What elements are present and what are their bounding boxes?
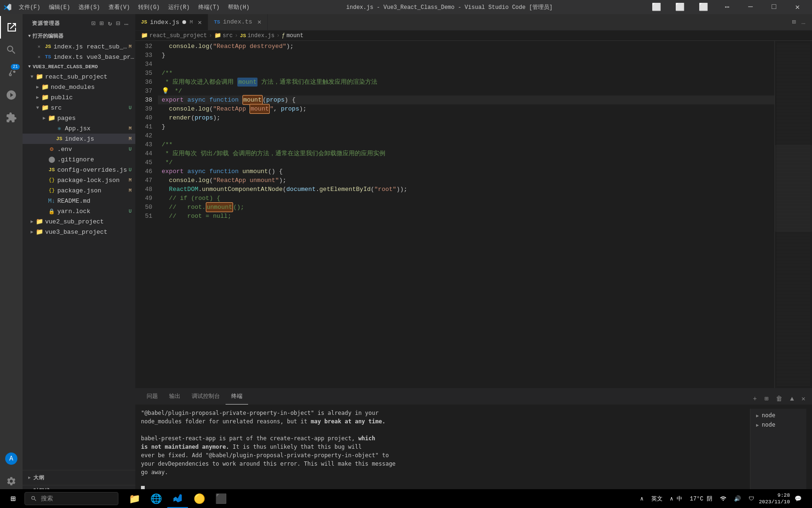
terminal-instance-1[interactable]: ▶ node [750, 411, 806, 420]
activity-search[interactable] [0, 39, 23, 61]
file-package-lock[interactable]: {} package-lock.json M [23, 175, 135, 185]
open-file-index-js[interactable]: ✕ JS index.js react_sub_proje... M [23, 41, 135, 52]
project-section[interactable]: ▼ VUE3_REACT_CLASS_DEMO [23, 62, 135, 71]
code-editor[interactable]: 32 33 34 35 36 37 38 39 40 41 42 43 44 4… [135, 41, 812, 388]
menu-view[interactable]: 查看(V) [105, 2, 134, 12]
folder-vue3[interactable]: ▶ 📁 vue3_base_project [23, 227, 135, 237]
taskbar-weather[interactable]: 17°C 阴 [687, 494, 715, 504]
close-button[interactable]: ✕ [787, 0, 808, 14]
file-readme[interactable]: M↓ README.md [23, 196, 135, 206]
json-file-icon: {} [48, 176, 55, 184]
file-env[interactable]: ⚙ .env U [23, 144, 135, 154]
panel-tab-terminal[interactable]: 终端 [226, 388, 248, 405]
tab-close-button[interactable]: ✕ [195, 18, 204, 26]
folder-vue2[interactable]: ▶ 📁 vue2_sub_project [23, 216, 135, 227]
taskbar-app-terminal[interactable]: ⬛ [211, 489, 231, 508]
terminal-instance-2[interactable]: ▶ node [750, 420, 806, 429]
layout-icon[interactable]: ⬜ [646, 0, 667, 14]
activity-explorer[interactable] [0, 16, 23, 39]
taskbar-time[interactable]: 9:28 2023/11/10 [759, 492, 790, 506]
folder-react-sub[interactable]: ▼ 📁 react_sub_project [23, 71, 135, 82]
code-content[interactable]: console.log("ReactApp destroyed"); } /**… [158, 41, 774, 388]
activity-source-control[interactable]: 21 [0, 61, 23, 84]
maximize-button[interactable]: □ [763, 0, 785, 14]
add-terminal-button[interactable]: + [750, 393, 759, 405]
taskbar-lang-indicator[interactable]: 英文 [648, 494, 665, 504]
menu-help[interactable]: 帮助(H) [224, 2, 253, 12]
open-editors-section[interactable]: ▼ 打开的编辑器 [23, 31, 135, 41]
split-terminal-button[interactable]: ⊞ [762, 393, 771, 405]
new-folder-icon[interactable]: ⊞ [99, 18, 105, 28]
taskbar-right-icons[interactable]: ∧ [637, 494, 646, 503]
menu-edit[interactable]: 编辑(E) [45, 2, 74, 12]
new-file-icon[interactable]: ⊡ [91, 18, 97, 28]
more-actions-button[interactable]: … [799, 16, 808, 28]
code-line-43: /** [158, 140, 774, 149]
taskbar-app-edge[interactable]: 🌐 [146, 489, 166, 508]
file-app-jsx[interactable]: ⚛ App.jsx M [23, 123, 135, 134]
collapse-icon[interactable]: ⊟ [115, 18, 121, 28]
kill-terminal-button[interactable]: 🗑 [773, 393, 785, 405]
folder-src[interactable]: ▼ 📁 src U [23, 103, 135, 113]
breadcrumb-project[interactable]: 📁 react_sub_project [141, 32, 207, 39]
folder-public[interactable]: ▶ 📁 public [23, 92, 135, 103]
menu-file[interactable]: 文件(F) [15, 2, 44, 12]
file-index-js[interactable]: JS index.js M [23, 134, 135, 144]
panels-icon[interactable]: ⬜ [693, 0, 714, 14]
more-icon[interactable]: … [124, 18, 130, 28]
file-yarn-lock[interactable]: 🔒 yarn.lock U [23, 206, 135, 216]
taskbar-notification-button[interactable]: 💬 [792, 494, 804, 503]
menu-goto[interactable]: 转到(G) [134, 2, 164, 12]
menu-run[interactable]: 运行(R) [164, 2, 194, 12]
close-icon[interactable]: ✕ [36, 43, 42, 50]
folder-node-modules[interactable]: ▶ 📁 node_modules [23, 82, 135, 92]
tab-index-js[interactable]: JS index.js M ✕ [135, 14, 208, 30]
maximize-panel-button[interactable]: ▲ [787, 393, 796, 405]
panel-tab-problems[interactable]: 问题 [141, 388, 164, 405]
close-panel-button[interactable]: ✕ [799, 393, 808, 405]
line-num-32: 32 [135, 42, 152, 51]
activity-account[interactable]: A [0, 447, 23, 470]
ts-file-icon: TS [44, 53, 52, 61]
terminal-line-blank2 [141, 476, 744, 485]
taskbar-search[interactable]: 搜索 [24, 492, 118, 505]
start-button[interactable]: ⊞ [4, 489, 23, 508]
breadcrumb-mount[interactable]: ƒ mount [281, 32, 303, 39]
folder-icon: 📁 [48, 114, 55, 122]
md-file-icon: M↓ [48, 197, 55, 205]
taskbar-app-vscode[interactable] [167, 489, 188, 508]
panel-tab-debug[interactable]: 调试控制台 [186, 388, 226, 405]
file-gitignore[interactable]: ⬤ .gitignore [23, 154, 135, 165]
open-file-index-ts[interactable]: ✕ TS index.ts vue3_base_project\src\... [23, 52, 135, 62]
file-config-overrides[interactable]: JS config-overrides.js U [23, 165, 135, 175]
more-icon[interactable]: ⋯ [716, 0, 738, 14]
taskbar-sound-icon[interactable]: 🔊 [731, 494, 744, 503]
terminal-main[interactable]: "@babel/plugin-proposal-private-property… [141, 409, 744, 492]
panel-tab-output[interactable]: 输出 [164, 388, 186, 405]
taskbar-app-filemgr[interactable]: 📁 [124, 489, 145, 508]
taskbar-network-icon[interactable] [717, 494, 729, 503]
split-icon[interactable]: ⬜ [669, 0, 691, 14]
minimize-button[interactable]: ─ [740, 0, 761, 14]
outline-section[interactable]: ▶ 大纲 [23, 470, 135, 485]
activity-extensions[interactable] [0, 106, 23, 129]
no-arrow [48, 125, 55, 132]
breadcrumb-js[interactable]: JS index.js [240, 32, 274, 39]
taskbar-shield-icon[interactable]: 🛡 [746, 494, 757, 503]
tab-index-ts[interactable]: TS index.ts ✕ [208, 14, 268, 30]
breadcrumb-src[interactable]: 📁 src [214, 32, 233, 39]
file-package-json[interactable]: {} package.json M [23, 185, 135, 196]
sidebar-header-icons: ⊡ ⊞ ↻ ⊟ … [91, 18, 130, 28]
minimap[interactable] [774, 41, 812, 388]
refresh-icon[interactable]: ↻ [107, 18, 113, 28]
taskbar-app-chrome[interactable]: 🟡 [189, 489, 210, 508]
taskbar-input-mode[interactable]: ∧ 中 [667, 494, 685, 504]
menu-select[interactable]: 选择(S) [75, 2, 104, 12]
folder-pages[interactable]: ▶ 📁 pages [23, 113, 135, 123]
split-editor-button[interactable]: ⊞ [789, 16, 798, 28]
taskbar: ⊞ 搜索 📁 🌐 🟡 ⬛ ∧ 英文 ∧ 中 17°C 阴 [0, 489, 812, 508]
activity-run-debug[interactable] [0, 84, 23, 106]
menu-terminal[interactable]: 终端(T) [195, 2, 224, 12]
close-icon[interactable]: ✕ [36, 53, 42, 61]
tab-close-button[interactable]: ✕ [255, 18, 264, 26]
